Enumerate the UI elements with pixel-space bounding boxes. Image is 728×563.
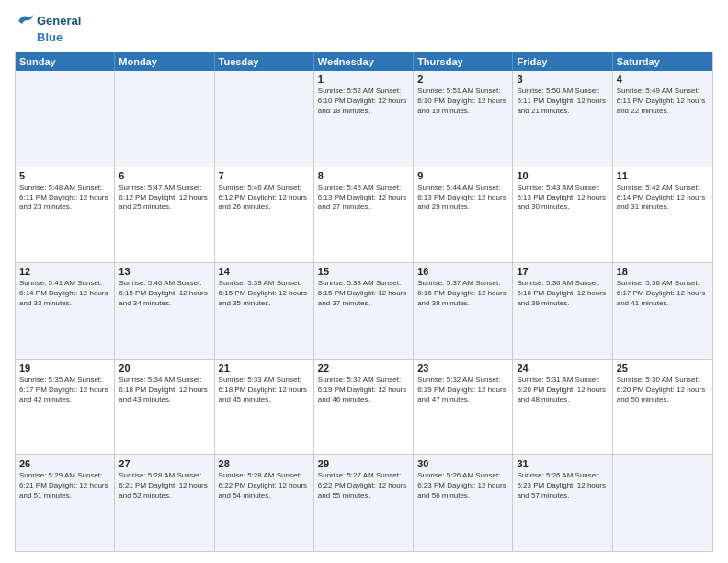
cell-daylight-text: Sunrise: 5:29 AM Sunset: 6:21 PM Dayligh… (19, 471, 110, 500)
calendar-cell: 11Sunrise: 5:42 AM Sunset: 6:14 PM Dayli… (613, 167, 712, 263)
cell-daylight-text: Sunrise: 5:28 AM Sunset: 6:21 PM Dayligh… (119, 471, 210, 500)
logo: General Blue (15, 11, 81, 44)
day-number: 5 (19, 170, 110, 181)
calendar-cell: 24Sunrise: 5:31 AM Sunset: 6:20 PM Dayli… (513, 360, 612, 455)
day-number: 1 (318, 74, 409, 85)
calendar-cell: 23Sunrise: 5:32 AM Sunset: 6:19 PM Dayli… (414, 360, 513, 455)
calendar-cell: 15Sunrise: 5:38 AM Sunset: 6:15 PM Dayli… (314, 263, 414, 359)
cell-daylight-text: Sunrise: 5:40 AM Sunset: 6:15 PM Dayligh… (119, 279, 210, 308)
logo-general: General (37, 15, 81, 28)
calendar-cell: 19Sunrise: 5:35 AM Sunset: 6:17 PM Dayli… (16, 360, 115, 455)
calendar-cell: 6Sunrise: 5:47 AM Sunset: 6:12 PM Daylig… (115, 167, 214, 263)
cell-daylight-text: Sunrise: 5:26 AM Sunset: 6:23 PM Dayligh… (517, 471, 608, 500)
day-number: 18 (617, 266, 709, 277)
calendar-cell (16, 71, 115, 167)
calendar-row: 5Sunrise: 5:48 AM Sunset: 6:11 PM Daylig… (16, 167, 712, 263)
cell-daylight-text: Sunrise: 5:51 AM Sunset: 6:10 PM Dayligh… (417, 86, 508, 116)
cell-daylight-text: Sunrise: 5:52 AM Sunset: 6:10 PM Dayligh… (318, 86, 409, 116)
calendar-cell: 26Sunrise: 5:29 AM Sunset: 6:21 PM Dayli… (16, 455, 115, 551)
cell-daylight-text: Sunrise: 5:31 AM Sunset: 6:20 PM Dayligh… (517, 375, 608, 405)
weekday-header: Thursday (414, 52, 513, 71)
calendar-cell: 5Sunrise: 5:48 AM Sunset: 6:11 PM Daylig… (16, 167, 115, 263)
cell-daylight-text: Sunrise: 5:37 AM Sunset: 6:16 PM Dayligh… (417, 279, 508, 308)
cell-daylight-text: Sunrise: 5:27 AM Sunset: 6:22 PM Dayligh… (318, 471, 409, 500)
cell-daylight-text: Sunrise: 5:41 AM Sunset: 6:14 PM Dayligh… (19, 279, 110, 308)
calendar-row: 1Sunrise: 5:52 AM Sunset: 6:10 PM Daylig… (16, 71, 712, 167)
weekday-header: Wednesday (314, 52, 414, 71)
calendar-cell: 29Sunrise: 5:27 AM Sunset: 6:22 PM Dayli… (314, 455, 414, 551)
header: General Blue (15, 11, 713, 44)
calendar-cell (215, 71, 314, 167)
page: General Blue SundayMondayTuesdayWednesda… (0, 0, 728, 563)
cell-daylight-text: Sunrise: 5:50 AM Sunset: 6:11 PM Dayligh… (517, 86, 608, 116)
day-number: 19 (19, 362, 110, 373)
day-number: 3 (517, 74, 608, 85)
cell-daylight-text: Sunrise: 5:47 AM Sunset: 6:12 PM Dayligh… (119, 183, 210, 213)
calendar-row: 12Sunrise: 5:41 AM Sunset: 6:14 PM Dayli… (16, 262, 712, 359)
day-number: 4 (617, 74, 709, 85)
calendar-cell: 16Sunrise: 5:37 AM Sunset: 6:16 PM Dayli… (414, 263, 513, 359)
day-number: 11 (617, 170, 709, 181)
logo-bird-icon (15, 11, 35, 31)
day-number: 26 (19, 458, 110, 469)
day-number: 23 (417, 362, 508, 373)
day-number: 20 (119, 362, 210, 373)
cell-daylight-text: Sunrise: 5:46 AM Sunset: 6:12 PM Dayligh… (219, 183, 310, 213)
calendar-cell: 10Sunrise: 5:43 AM Sunset: 6:13 PM Dayli… (513, 167, 612, 263)
calendar-cell (613, 455, 712, 551)
calendar-cell: 31Sunrise: 5:26 AM Sunset: 6:23 PM Dayli… (513, 455, 612, 551)
cell-daylight-text: Sunrise: 5:36 AM Sunset: 6:16 PM Dayligh… (517, 279, 608, 308)
cell-daylight-text: Sunrise: 5:35 AM Sunset: 6:17 PM Dayligh… (19, 375, 110, 405)
cell-daylight-text: Sunrise: 5:42 AM Sunset: 6:14 PM Dayligh… (617, 183, 709, 213)
calendar-cell: 28Sunrise: 5:28 AM Sunset: 6:22 PM Dayli… (215, 455, 314, 551)
calendar-cell: 7Sunrise: 5:46 AM Sunset: 6:12 PM Daylig… (215, 167, 314, 263)
day-number: 31 (517, 458, 608, 469)
day-number: 8 (318, 170, 409, 181)
calendar-row: 19Sunrise: 5:35 AM Sunset: 6:17 PM Dayli… (16, 359, 712, 455)
calendar-cell: 22Sunrise: 5:32 AM Sunset: 6:19 PM Dayli… (314, 360, 414, 455)
calendar-cell: 12Sunrise: 5:41 AM Sunset: 6:14 PM Dayli… (16, 263, 115, 359)
day-number: 15 (318, 266, 409, 277)
weekday-header: Sunday (16, 52, 115, 71)
cell-daylight-text: Sunrise: 5:32 AM Sunset: 6:19 PM Dayligh… (417, 375, 508, 405)
calendar-cell: 30Sunrise: 5:26 AM Sunset: 6:23 PM Dayli… (414, 455, 513, 551)
day-number: 24 (517, 362, 608, 373)
cell-daylight-text: Sunrise: 5:30 AM Sunset: 6:20 PM Dayligh… (617, 375, 709, 405)
weekday-header: Saturday (613, 52, 712, 71)
day-number: 30 (417, 458, 508, 469)
calendar-cell: 1Sunrise: 5:52 AM Sunset: 6:10 PM Daylig… (314, 71, 414, 167)
calendar-cell: 18Sunrise: 5:36 AM Sunset: 6:17 PM Dayli… (613, 263, 712, 359)
weekday-header: Friday (513, 52, 612, 71)
cell-daylight-text: Sunrise: 5:45 AM Sunset: 6:13 PM Dayligh… (318, 183, 409, 213)
day-number: 22 (318, 362, 409, 373)
day-number: 21 (219, 362, 310, 373)
weekday-header: Monday (115, 52, 214, 71)
cell-daylight-text: Sunrise: 5:44 AM Sunset: 6:13 PM Dayligh… (417, 183, 508, 213)
cell-daylight-text: Sunrise: 5:38 AM Sunset: 6:15 PM Dayligh… (318, 279, 409, 308)
day-number: 16 (417, 266, 508, 277)
cell-daylight-text: Sunrise: 5:28 AM Sunset: 6:22 PM Dayligh… (219, 471, 310, 500)
day-number: 6 (119, 170, 210, 181)
day-number: 14 (219, 266, 310, 277)
day-number: 28 (219, 458, 310, 469)
weekday-header: Tuesday (215, 52, 314, 71)
calendar-cell: 13Sunrise: 5:40 AM Sunset: 6:15 PM Dayli… (115, 263, 214, 359)
cell-daylight-text: Sunrise: 5:36 AM Sunset: 6:17 PM Dayligh… (617, 279, 709, 308)
calendar: SundayMondayTuesdayWednesdayThursdayFrid… (15, 52, 713, 552)
cell-daylight-text: Sunrise: 5:48 AM Sunset: 6:11 PM Dayligh… (19, 183, 110, 213)
calendar-cell: 17Sunrise: 5:36 AM Sunset: 6:16 PM Dayli… (513, 263, 612, 359)
cell-daylight-text: Sunrise: 5:43 AM Sunset: 6:13 PM Dayligh… (517, 183, 608, 213)
calendar-row: 26Sunrise: 5:29 AM Sunset: 6:21 PM Dayli… (16, 454, 712, 551)
cell-daylight-text: Sunrise: 5:39 AM Sunset: 6:15 PM Dayligh… (219, 279, 310, 308)
calendar-body: 1Sunrise: 5:52 AM Sunset: 6:10 PM Daylig… (16, 71, 712, 551)
day-number: 7 (219, 170, 310, 181)
day-number: 2 (417, 74, 508, 85)
calendar-cell: 21Sunrise: 5:33 AM Sunset: 6:18 PM Dayli… (215, 360, 314, 455)
day-number: 9 (417, 170, 508, 181)
cell-daylight-text: Sunrise: 5:33 AM Sunset: 6:18 PM Dayligh… (219, 375, 310, 405)
calendar-cell: 20Sunrise: 5:34 AM Sunset: 6:18 PM Dayli… (115, 360, 214, 455)
calendar-cell: 14Sunrise: 5:39 AM Sunset: 6:15 PM Dayli… (215, 263, 314, 359)
day-number: 17 (517, 266, 608, 277)
cell-daylight-text: Sunrise: 5:34 AM Sunset: 6:18 PM Dayligh… (119, 375, 210, 405)
calendar-cell: 8Sunrise: 5:45 AM Sunset: 6:13 PM Daylig… (314, 167, 414, 263)
